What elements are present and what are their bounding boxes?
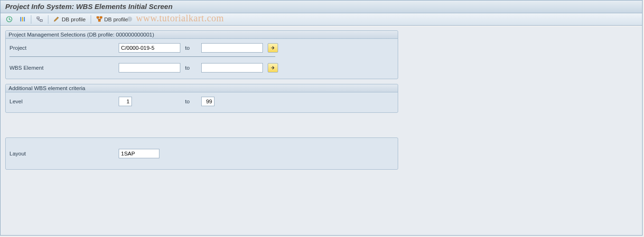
status-button[interactable] <box>17 15 28 24</box>
svg-rect-3 <box>24 17 25 21</box>
project-from-input[interactable] <box>119 43 180 53</box>
svg-rect-7 <box>100 17 102 18</box>
layout-group: Layout <box>5 137 398 170</box>
wbs-multiple-selection-button[interactable] <box>268 63 278 73</box>
wbs-to-label: to <box>180 65 201 71</box>
db-profile-choose-button[interactable]: DB profile <box>93 15 131 24</box>
project-selections-title: Project Management Selections (DB profil… <box>6 31 398 39</box>
toolbar: DB profile DB profile <box>0 13 642 26</box>
toolbar-separator <box>91 15 91 24</box>
wbs-row: WBS Element to <box>9 62 394 74</box>
svg-rect-6 <box>96 17 99 18</box>
titlebar: Project Info System: WBS Elements Initia… <box>0 0 642 13</box>
project-row: Project to <box>9 42 394 54</box>
level-row: Level to <box>9 95 394 108</box>
svg-rect-5 <box>40 19 42 21</box>
layout-label: Layout <box>9 151 119 156</box>
level-from-input[interactable] <box>119 97 132 106</box>
project-label: Project <box>9 45 119 51</box>
bars-icon <box>19 16 26 23</box>
project-selections-group: Project Management Selections (DB profil… <box>5 30 398 79</box>
project-multiple-selection-button[interactable] <box>268 43 278 53</box>
svg-rect-1 <box>20 17 21 21</box>
arrow-right-icon <box>270 65 276 71</box>
additional-criteria-title: Additional WBS element criteria <box>6 84 398 92</box>
project-to-input[interactable] <box>201 43 263 53</box>
svg-rect-2 <box>22 17 23 21</box>
arrow-right-icon <box>270 45 276 51</box>
hierarchy-button[interactable] <box>34 15 46 24</box>
db-profile-edit-button[interactable]: DB profile <box>51 15 88 24</box>
spacer <box>5 118 637 137</box>
db-profile-edit-label: DB profile <box>62 17 86 22</box>
divider <box>9 56 275 57</box>
toolbar-separator <box>31 15 31 24</box>
wbs-label: WBS Element <box>9 65 119 71</box>
svg-rect-8 <box>98 19 101 21</box>
toolbar-separator <box>48 15 48 24</box>
db-profile-choose-label: DB profile <box>104 17 129 22</box>
select-structure-icon <box>96 16 103 23</box>
additional-criteria-group: Additional WBS element criteria Level to <box>5 84 398 113</box>
pencil-icon <box>53 16 60 23</box>
content-area: Project Management Selections (DB profil… <box>0 27 642 235</box>
level-to-label: to <box>180 99 201 104</box>
execute-button[interactable] <box>3 15 15 24</box>
project-to-label: to <box>180 45 201 51</box>
layout-row: Layout <box>9 147 394 160</box>
layout-input[interactable] <box>119 149 159 158</box>
app-window: Project Info System: WBS Elements Initia… <box>0 0 643 236</box>
level-label: Level <box>9 99 119 104</box>
clock-execute-icon <box>6 16 13 23</box>
wbs-from-input[interactable] <box>119 63 180 73</box>
wbs-to-input[interactable] <box>201 63 263 73</box>
level-to-input[interactable] <box>201 97 215 106</box>
hierarchy-icon <box>36 16 43 23</box>
svg-rect-4 <box>37 17 39 19</box>
page-title: Project Info System: WBS Elements Initia… <box>5 2 173 10</box>
